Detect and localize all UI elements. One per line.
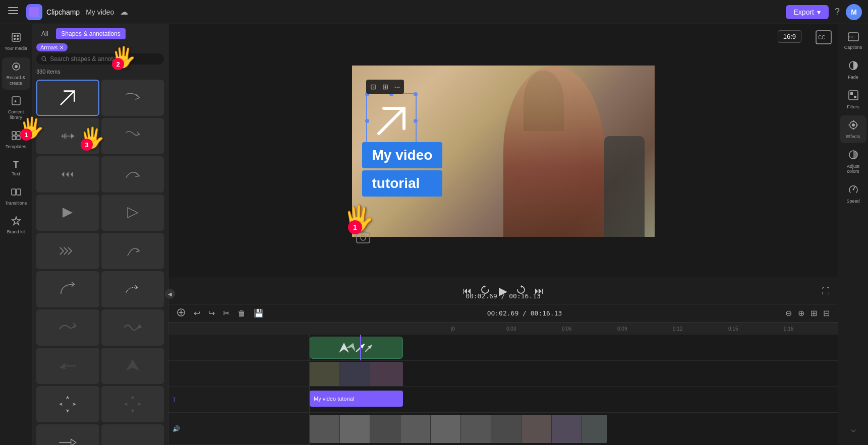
preview-area: 16:9 CC: [168, 24, 838, 278]
shape-item-arrow3[interactable]: [36, 118, 99, 154]
cut-button[interactable]: ✂: [221, 307, 232, 319]
svg-point-19: [42, 56, 45, 60]
fullscreen-button[interactable]: ⛶: [822, 287, 830, 296]
arrows-clip[interactable]: [310, 337, 403, 359]
ruler-marks: |0 0:03 0:06 0:09 0:12 0:15 0:18 0:21 0:…: [451, 326, 838, 332]
tab-shapes[interactable]: Shapes & annotations: [56, 28, 125, 39]
handle-l[interactable]: [365, 119, 369, 123]
svg-rect-12: [12, 132, 16, 135]
ruler-mark-6: 0:06: [562, 326, 617, 332]
sidebar-item-transitions[interactable]: Transitions: [2, 183, 30, 210]
add-media-button[interactable]: [175, 307, 188, 320]
shape-item-dark-bird[interactable]: [36, 309, 99, 346]
sidebar-item-content-library[interactable]: Content library: [2, 92, 30, 124]
sidebar-item-text[interactable]: T Text: [2, 156, 30, 181]
undo-button[interactable]: ↩: [192, 307, 202, 319]
more-button[interactable]: ···: [392, 82, 402, 92]
svg-rect-1: [8, 10, 18, 11]
shape-item-dark-star-arrows[interactable]: [101, 386, 164, 422]
shape-item-arrow-right1[interactable]: [36, 424, 99, 445]
right-item-captions[interactable]: CC Captions: [840, 28, 866, 54]
shape-item-play1[interactable]: [36, 195, 99, 231]
search-bar[interactable]: [36, 53, 164, 65]
help-button[interactable]: ?: [835, 7, 840, 17]
ruler-mark-12: 0:12: [673, 326, 728, 332]
shape-item-chevrons[interactable]: [36, 233, 99, 269]
shape-item-dark-wave[interactable]: [101, 309, 164, 346]
sidebar-item-your-media[interactable]: Your media: [2, 28, 30, 55]
ruler-mark-15: 0:15: [728, 326, 784, 332]
track-text: T My video tutorial: [168, 387, 838, 413]
selection-box[interactable]: [366, 93, 417, 149]
shapes-grid: [32, 78, 168, 445]
speed-label: Speed: [846, 199, 859, 204]
delete-button[interactable]: 🗑: [236, 308, 248, 319]
filters-label: Filters: [847, 104, 859, 109]
shape-item-arrow2[interactable]: [101, 80, 164, 116]
right-item-speed[interactable]: Speed: [840, 180, 866, 208]
shape-item-arrow-curved[interactable]: [101, 233, 164, 269]
right-item-effects[interactable]: Effects: [840, 115, 866, 143]
shape-item-arrow-big-curve[interactable]: [36, 271, 99, 307]
item-count: 330 items: [32, 69, 168, 78]
zoom-in-button[interactable]: ⊕: [796, 307, 806, 319]
text-label: Text: [12, 171, 20, 177]
fit-timeline-button[interactable]: ⊞: [808, 307, 819, 319]
shape-item-arrow-right2[interactable]: [101, 424, 164, 445]
track-text-content: My video tutorial: [310, 387, 838, 412]
filter-tag-close[interactable]: ✕: [60, 45, 64, 50]
save-button[interactable]: 💾: [252, 307, 266, 319]
sidebar-item-brand-kit[interactable]: Brand kit: [2, 212, 30, 239]
resize-button[interactable]: ⊞: [380, 82, 390, 92]
shape-item-triple-arrow[interactable]: [36, 156, 99, 193]
shape-item-arrow4[interactable]: [101, 118, 164, 154]
timeline-tracks: T My video tutorial 🔊: [168, 335, 838, 445]
menu-button[interactable]: [6, 4, 20, 20]
captions-label: Captions: [844, 45, 862, 50]
captions-button[interactable]: CC: [816, 30, 832, 46]
camera-icon-btn[interactable]: [356, 230, 370, 246]
redo-button[interactable]: ↪: [206, 307, 217, 319]
video-clip[interactable]: [310, 362, 403, 387]
collapse-timeline-button[interactable]: ⊟: [821, 307, 832, 319]
project-title: My video: [86, 8, 114, 16]
crop-button[interactable]: ⊡: [368, 82, 378, 92]
timeline-zoom: ⊖ ⊕ ⊞ ⊟: [783, 307, 832, 319]
sidebar-item-record[interactable]: Record & create: [2, 57, 30, 90]
zoom-out-button[interactable]: ⊖: [783, 307, 794, 319]
video-title-box[interactable]: My video: [362, 142, 443, 168]
sidebar-item-templates[interactable]: Templates: [2, 126, 30, 154]
svg-rect-4: [12, 33, 20, 41]
shape-item-bold-arrows[interactable]: [36, 348, 99, 384]
svg-marker-20: [71, 134, 75, 139]
tab-all[interactable]: All: [36, 28, 53, 39]
shape-item-sharp-arrow[interactable]: [101, 348, 164, 384]
right-item-adjust-colors[interactable]: Adjust colors: [840, 145, 866, 178]
search-input[interactable]: [50, 55, 159, 62]
right-item-filters[interactable]: Filters: [840, 86, 866, 113]
your-media-label: Your media: [5, 46, 27, 51]
video-subtitle-box[interactable]: tutorial: [362, 170, 443, 197]
timeline-time: 00:02.69 / 00:16.13: [270, 309, 779, 317]
export-button[interactable]: Export ▾: [786, 5, 829, 19]
shape-item-play2[interactable]: [101, 195, 164, 231]
track-main-label: 🔊: [168, 413, 310, 444]
text-clip[interactable]: My video tutorial: [310, 391, 403, 407]
handle-tr[interactable]: [414, 92, 418, 96]
ruler-mark-0: |0: [451, 326, 506, 332]
content-library-icon: [11, 96, 21, 108]
shape-item-arrow1[interactable]: [36, 80, 99, 116]
shape-item-arrow-sketch[interactable]: [101, 271, 164, 307]
avatar[interactable]: M: [846, 4, 862, 20]
video-text-overlay: My video tutorial: [362, 142, 443, 197]
main-video-clip[interactable]: [310, 415, 607, 443]
svg-rect-13: [17, 132, 20, 135]
zoom-controls: ⛶: [822, 287, 830, 296]
track-video: [168, 361, 838, 387]
playhead[interactable]: [360, 335, 361, 360]
shape-item-arrow5[interactable]: [101, 156, 164, 193]
shape-item-star-arrows[interactable]: [36, 386, 99, 422]
right-item-fade[interactable]: Fade: [840, 56, 866, 84]
panel-collapse-button[interactable]: ◀: [165, 289, 175, 299]
handle-r[interactable]: [414, 119, 418, 123]
